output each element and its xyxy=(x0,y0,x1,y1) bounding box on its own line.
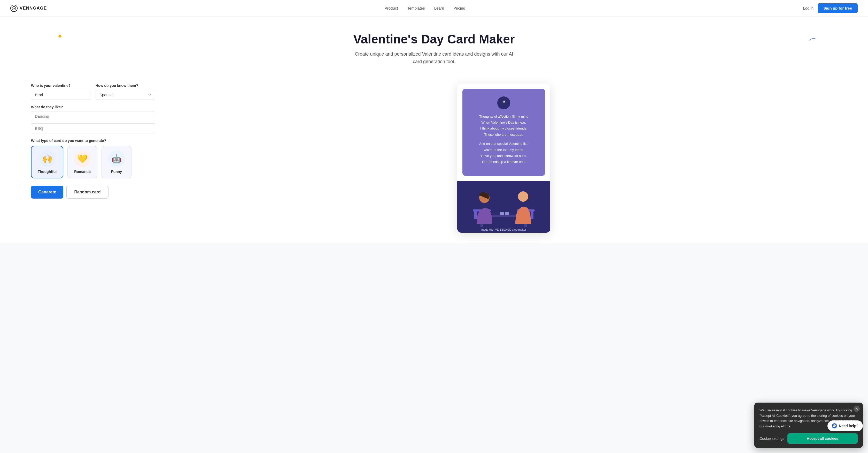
poem-stanza-1: Thoughts of affection fill my mind When … xyxy=(469,114,539,138)
card-types: 🙌 Thoughtful 💛 Romantic 🤖 Funny xyxy=(31,146,155,178)
card-type-funny[interactable]: 🤖 Funny xyxy=(101,146,131,178)
card-type-romantic[interactable]: 💛 Romantic xyxy=(67,146,97,178)
nav-templates[interactable]: Templates xyxy=(407,6,425,10)
valentine-input[interactable] xyxy=(31,90,90,100)
nav-learn[interactable]: Learn xyxy=(434,6,444,10)
quote-icon: ❝ xyxy=(469,96,539,109)
svg-point-12 xyxy=(518,191,528,202)
likes-inputs xyxy=(31,111,155,134)
hero-section: ✦ ⌒ Valentine's Day Card Maker Create un… xyxy=(0,17,868,73)
svg-rect-14 xyxy=(505,212,509,215)
know-label: How do you know them? xyxy=(96,84,155,88)
romantic-icon: 💛 xyxy=(74,150,91,167)
svg-rect-10 xyxy=(531,211,533,219)
made-with-text: made with VENNGAGE card maker xyxy=(481,228,526,231)
likes-label: What do they like? xyxy=(31,105,155,109)
card-poem-box: ❝ Thoughts of affection fill my mind Whe… xyxy=(462,89,545,176)
thoughtful-label: Thoughtful xyxy=(38,170,57,174)
likes-input-2[interactable] xyxy=(31,123,155,134)
main-content: Who is your valentine? How do you know t… xyxy=(0,73,868,243)
illustration-svg xyxy=(460,183,548,230)
card-preview: ❝ Thoughts of affection fill my mind Whe… xyxy=(457,84,550,233)
funny-label: Funny xyxy=(111,170,122,174)
likes-input-1[interactable] xyxy=(31,111,155,121)
romantic-label: Romantic xyxy=(74,170,91,174)
generate-button[interactable]: Generate xyxy=(31,186,63,199)
card-preview-inner: ❝ Thoughts of affection fill my mind Whe… xyxy=(457,84,550,181)
nav-pricing[interactable]: Pricing xyxy=(454,6,465,10)
sparkle-decoration: ✦ xyxy=(57,32,63,40)
random-button[interactable]: Random card xyxy=(66,186,108,199)
login-button[interactable]: Log in xyxy=(803,6,813,10)
nav-logo[interactable]: VENNGAGE xyxy=(10,5,47,12)
valentine-label: Who is your valentine? xyxy=(31,84,90,88)
hero-subtitle: Create unique and personalized Valentine… xyxy=(351,50,517,65)
poem-stanza-2: And on that special Valentine list, You'… xyxy=(469,141,539,165)
card-type-group: What type of card do you want to generat… xyxy=(31,139,155,178)
hero-title: Valentine's Day Card Maker xyxy=(5,32,863,46)
svg-rect-1 xyxy=(460,183,548,230)
form-group-valentine: Who is your valentine? xyxy=(31,84,90,100)
svg-rect-6 xyxy=(474,211,476,219)
svg-rect-13 xyxy=(500,212,504,215)
navbar: VENNGAGE Product Templates Learn Pricing… xyxy=(0,0,868,17)
know-select[interactable]: Spouse Partner Friend Family xyxy=(96,90,155,100)
card-type-thoughtful[interactable]: 🙌 Thoughtful xyxy=(31,146,63,178)
quote-bubble: ❝ xyxy=(497,96,510,109)
card-type-label: What type of card do you want to generat… xyxy=(31,139,155,143)
logo-icon xyxy=(10,5,18,12)
signup-button[interactable]: Sign up for free xyxy=(817,3,858,13)
preview-panel: ❝ Thoughts of affection fill my mind Whe… xyxy=(170,84,837,233)
form-panel: Who is your valentine? How do you know t… xyxy=(31,84,155,199)
svg-point-0 xyxy=(12,6,16,10)
card-illustration: made with VENNGAGE card maker xyxy=(457,181,550,233)
thoughtful-icon: 🙌 xyxy=(39,150,56,167)
likes-group: What do they like? xyxy=(31,105,155,134)
nav-product[interactable]: Product xyxy=(385,6,398,10)
nav-actions: Log in Sign up for free xyxy=(803,3,858,13)
form-group-know: How do you know them? Spouse Partner Fri… xyxy=(96,84,155,100)
poem-text: Thoughts of affection fill my mind When … xyxy=(469,114,539,165)
nav-links: Product Templates Learn Pricing xyxy=(385,6,465,10)
form-row-valentine: Who is your valentine? How do you know t… xyxy=(31,84,155,100)
button-row: Generate Random card xyxy=(31,186,155,199)
logo-text: VENNGAGE xyxy=(20,6,47,11)
funny-icon: 🤖 xyxy=(108,150,125,167)
